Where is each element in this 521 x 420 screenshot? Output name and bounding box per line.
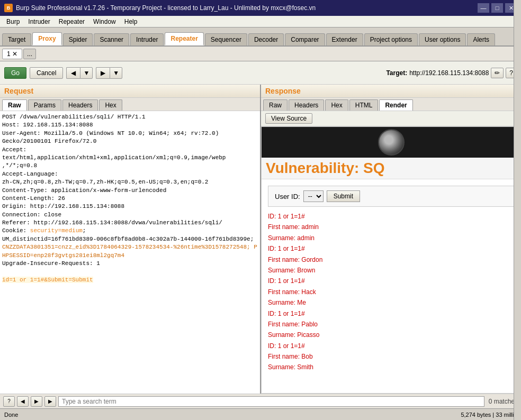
- tab-sequencer[interactable]: Sequencer: [205, 33, 247, 45]
- request-tab-raw[interactable]: Raw: [2, 99, 27, 111]
- tab-target[interactable]: Target: [2, 33, 31, 45]
- result-row: ID: 1 or 1=1#: [268, 211, 514, 222]
- result-row: ID: 1 or 1=1#: [268, 308, 514, 319]
- titlebar-left: B Burp Suite Professional v1.7.26 - Temp…: [4, 4, 316, 12]
- dvwa-header: [262, 127, 520, 158]
- forward-dropdown-button[interactable]: ▼: [110, 67, 122, 79]
- result-row: Surname: Me: [268, 297, 514, 308]
- tab-intruder[interactable]: Intruder: [130, 33, 164, 45]
- titlebar: B Burp Suite Professional v1.7.26 - Temp…: [0, 0, 521, 16]
- go-button[interactable]: Go: [4, 67, 26, 79]
- result-row: ID: 1 or 1=1#: [268, 341, 514, 351]
- window-controls[interactable]: — □ ✕: [478, 3, 517, 13]
- result-row: Surname: Smith: [268, 362, 514, 372]
- sql-results: ID: 1 or 1=1#First name: adminSurname: a…: [268, 209, 514, 375]
- result-row: Surname: Picasso: [268, 330, 514, 340]
- target-label: Target:: [386, 69, 407, 77]
- result-row: First name: admin: [268, 222, 514, 232]
- view-source-button[interactable]: View Source: [265, 113, 312, 124]
- tab-decoder[interactable]: Decoder: [248, 33, 284, 45]
- response-rendered[interactable]: Vulnerability: SQ User ID: -- Submit ID:…: [261, 126, 521, 394]
- result-row: First name: Pablo: [268, 319, 514, 330]
- result-row: Surname: admin: [268, 233, 514, 243]
- submit-button[interactable]: Submit: [327, 190, 360, 202]
- response-tab-hex[interactable]: Hex: [325, 99, 348, 111]
- result-row: First name: Bob: [268, 351, 514, 362]
- menu-burp[interactable]: Burp: [2, 17, 24, 26]
- main-tabbar: Target Proxy Spider Scanner Intruder Rep…: [0, 28, 521, 47]
- dvwa-logo-circle: [378, 129, 405, 156]
- response-tab-raw[interactable]: Raw: [263, 99, 288, 111]
- tab-comparer[interactable]: Comparer: [285, 33, 325, 45]
- request-tab-headers[interactable]: Headers: [62, 99, 98, 111]
- response-panel: Response Raw Headers Hex HTML Render Vie…: [261, 85, 521, 394]
- result-row: First name: Gordon: [268, 254, 514, 265]
- tab-repeater[interactable]: Repeater: [165, 32, 203, 45]
- statusbar: Done 5,274 bytes | 33 millis: [0, 408, 521, 420]
- request-tab-params[interactable]: Params: [28, 99, 61, 111]
- result-row: First name: Hack: [268, 287, 514, 297]
- view-source-bar: View Source: [261, 111, 521, 126]
- request-header: Request: [0, 85, 260, 98]
- search-input[interactable]: [58, 396, 484, 407]
- dvwa-form-area: User ID: -- Submit ID: 1 or 1=1#First na…: [262, 179, 520, 379]
- status-right: 5,274 bytes | 33 millis: [461, 412, 517, 418]
- back-nav-group: ◀ ▼: [66, 67, 93, 79]
- request-title: Request: [4, 87, 33, 95]
- request-panel: Request Raw Params Headers Hex POST /dvw…: [0, 85, 261, 394]
- target-url: http://192.168.115.134:8088: [409, 69, 489, 77]
- response-body: View Source Vulnerability: SQ User ID:: [261, 111, 521, 394]
- response-tabs: Raw Headers Hex HTML Render: [261, 98, 521, 111]
- maximize-button[interactable]: □: [491, 3, 503, 13]
- response-scrollbar[interactable]: [514, 111, 521, 394]
- response-tab-render[interactable]: Render: [379, 99, 412, 111]
- minimize-button[interactable]: —: [478, 3, 489, 13]
- response-title: Response: [265, 87, 301, 95]
- toolbar: Go Cancel ◀ ▼ ▶ ▼ Target: http://192.168…: [0, 61, 521, 85]
- user-id-form: User ID: -- Submit: [268, 186, 514, 207]
- forward-button[interactable]: ▶: [96, 67, 110, 79]
- tab-extender[interactable]: Extender: [326, 33, 363, 45]
- tab-proxy[interactable]: Proxy: [32, 32, 61, 45]
- menu-help[interactable]: Help: [120, 17, 142, 26]
- menu-repeater[interactable]: Repeater: [55, 17, 89, 26]
- search-prev-button[interactable]: ◀: [17, 396, 29, 407]
- menubar: Burp Intruder Repeater Window Help: [0, 16, 521, 28]
- window-title: Burp Suite Professional v1.7.26 - Tempor…: [16, 4, 316, 12]
- tab-spider[interactable]: Spider: [63, 33, 93, 45]
- result-row: ID: 1 or 1=1#: [268, 276, 514, 286]
- user-id-label: User ID:: [275, 193, 300, 200]
- response-tab-headers[interactable]: Headers: [289, 99, 324, 111]
- main-content: Request Raw Params Headers Hex POST /dvw…: [0, 85, 521, 394]
- request-tabs: Raw Params Headers Hex: [0, 98, 260, 111]
- response-header: Response: [261, 85, 521, 98]
- request-tab-hex[interactable]: Hex: [99, 99, 122, 111]
- tab-alerts[interactable]: Alerts: [467, 33, 495, 45]
- user-id-select[interactable]: --: [303, 190, 324, 202]
- status-left: Done: [4, 412, 18, 418]
- cancel-button[interactable]: Cancel: [30, 67, 63, 79]
- tab-user-options[interactable]: User options: [419, 33, 466, 45]
- response-tab-html[interactable]: HTML: [349, 99, 379, 111]
- vuln-title: Vulnerability: SQ: [266, 160, 385, 176]
- back-dropdown-button[interactable]: ▼: [80, 67, 93, 79]
- tab-project-options[interactable]: Project options: [364, 33, 418, 45]
- vuln-title-bar: Vulnerability: SQ: [262, 158, 520, 179]
- more-tabs-button[interactable]: ...: [23, 49, 36, 59]
- edit-target-button[interactable]: ✏: [491, 68, 504, 78]
- repeater-tab-1[interactable]: 1 ✕: [2, 49, 22, 59]
- search-next2-button[interactable]: ▶: [44, 396, 56, 407]
- menu-intruder[interactable]: Intruder: [24, 17, 54, 26]
- menu-window[interactable]: Window: [89, 17, 120, 26]
- search-next-button[interactable]: ▶: [31, 396, 42, 407]
- result-row: Surname: Brown: [268, 265, 514, 276]
- repeater-subtabbar: 1 ✕ ...: [0, 47, 521, 61]
- searchbar: ? ◀ ▶ ▶ 0 matches: [0, 394, 521, 408]
- result-row: ID: 1 or 1=1#: [268, 243, 514, 254]
- search-help-button[interactable]: ?: [3, 396, 15, 407]
- back-button[interactable]: ◀: [66, 67, 80, 79]
- app-icon: B: [4, 4, 13, 12]
- tab-scanner[interactable]: Scanner: [94, 33, 129, 45]
- request-content[interactable]: POST /dvwa/vulnerabilities/sqli/ HTTP/1.…: [0, 111, 260, 394]
- target-info: Target: http://192.168.115.134:8088 ✏ ?: [386, 68, 517, 78]
